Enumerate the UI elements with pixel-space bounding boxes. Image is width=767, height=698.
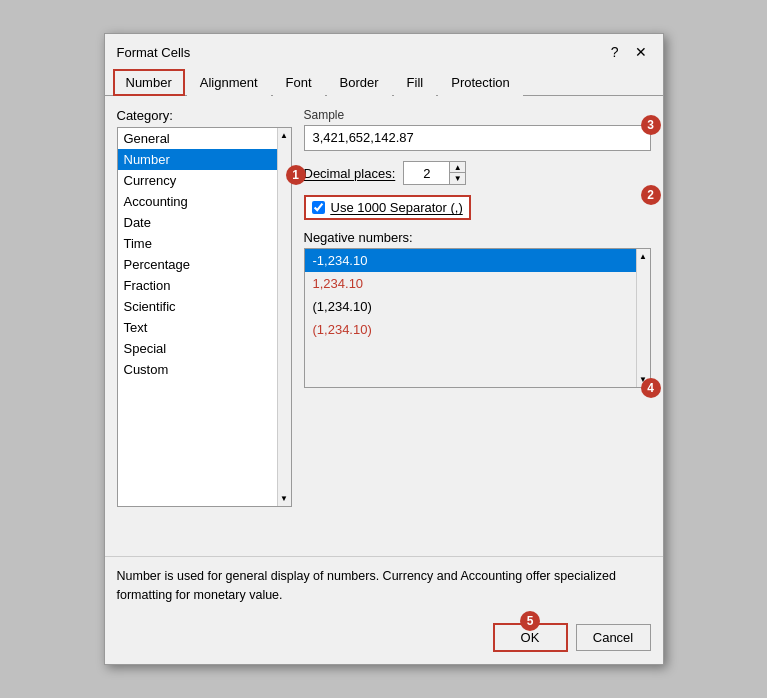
category-currency[interactable]: Currency bbox=[118, 170, 277, 191]
sample-label: Sample bbox=[304, 108, 651, 122]
badge-1: 1 bbox=[286, 165, 306, 185]
description-area: Number is used for general display of nu… bbox=[105, 556, 663, 615]
category-custom[interactable]: Custom bbox=[118, 359, 277, 380]
category-number[interactable]: Number bbox=[118, 149, 277, 170]
title-bar: Format Cells ? ✕ bbox=[105, 34, 663, 66]
negative-option-4[interactable]: (1,234.10) bbox=[305, 318, 636, 341]
spinner-up-button[interactable]: ▲ bbox=[449, 162, 465, 173]
negative-option-2[interactable]: 1,234.10 bbox=[305, 272, 636, 295]
close-button[interactable]: ✕ bbox=[631, 42, 651, 62]
ok-button-wrapper: OK 5 bbox=[493, 623, 568, 652]
scroll-up-icon[interactable]: ▲ bbox=[280, 128, 288, 143]
tab-protection[interactable]: Protection bbox=[438, 69, 523, 96]
category-percentage[interactable]: Percentage bbox=[118, 254, 277, 275]
category-scientific[interactable]: Scientific bbox=[118, 296, 277, 317]
decimal-row: Decimal places: ▲ ▼ bbox=[304, 161, 651, 185]
tab-content: Category: General Number Currency Accoun… bbox=[105, 96, 663, 556]
badge-2: 2 bbox=[641, 185, 661, 205]
category-date[interactable]: Date bbox=[118, 212, 277, 233]
negative-label: Negative numbers: bbox=[304, 230, 651, 245]
category-label: Category: bbox=[117, 108, 292, 123]
negative-option-3[interactable]: (1,234.10) bbox=[305, 295, 636, 318]
negative-scrollbar[interactable]: ▲ ▼ bbox=[636, 249, 650, 387]
neg-scroll-up-icon[interactable]: ▲ bbox=[639, 249, 647, 264]
cancel-button[interactable]: Cancel bbox=[576, 624, 651, 651]
separator-checkbox[interactable] bbox=[312, 201, 325, 214]
format-cells-dialog: Format Cells ? ✕ Number Alignment Font B… bbox=[104, 33, 664, 665]
negative-list[interactable]: -1,234.10 1,234.10 (1,234.10) (1,234.10) bbox=[305, 249, 636, 387]
right-panel: Sample 3,421,652,142.87 3 Decimal places… bbox=[304, 108, 651, 544]
negative-option-1[interactable]: -1,234.10 bbox=[305, 249, 636, 272]
decimal-input[interactable] bbox=[404, 162, 449, 184]
button-row: OK 5 Cancel bbox=[105, 615, 663, 664]
category-text[interactable]: Text bbox=[118, 317, 277, 338]
badge-4: 4 bbox=[641, 378, 661, 398]
scroll-down-icon[interactable]: ▼ bbox=[280, 491, 288, 506]
tab-bar: Number Alignment Font Border Fill Protec… bbox=[105, 68, 663, 96]
tab-alignment[interactable]: Alignment bbox=[187, 69, 271, 96]
category-time[interactable]: Time bbox=[118, 233, 277, 254]
category-accounting[interactable]: Accounting bbox=[118, 191, 277, 212]
category-list[interactable]: General Number Currency Accounting Date … bbox=[118, 128, 277, 506]
separator-wrapper: Use 1000 Separator (,) bbox=[304, 195, 471, 220]
separator-row: Use 1000 Separator (,) 2 bbox=[304, 195, 651, 220]
tab-number[interactable]: Number bbox=[113, 69, 185, 96]
tab-font[interactable]: Font bbox=[273, 69, 325, 96]
separator-label: Use 1000 Separator (,) bbox=[331, 200, 463, 215]
tab-fill[interactable]: Fill bbox=[394, 69, 437, 96]
badge-5: 5 bbox=[520, 611, 540, 631]
decimal-spinner[interactable]: ▲ ▼ bbox=[403, 161, 466, 185]
help-button[interactable]: ? bbox=[607, 42, 623, 62]
badge-3: 3 bbox=[641, 115, 661, 135]
tab-border[interactable]: Border bbox=[327, 69, 392, 96]
title-bar-controls: ? ✕ bbox=[607, 42, 651, 62]
sample-section: Sample 3,421,652,142.87 3 bbox=[304, 108, 651, 151]
spinner-down-button[interactable]: ▼ bbox=[449, 173, 465, 184]
category-list-wrapper: General Number Currency Accounting Date … bbox=[117, 127, 292, 507]
decimal-label: Decimal places: bbox=[304, 166, 396, 181]
negative-section: Negative numbers: -1,234.10 1,234.10 (1,… bbox=[304, 230, 651, 544]
dialog-title: Format Cells bbox=[117, 45, 191, 60]
category-fraction[interactable]: Fraction bbox=[118, 275, 277, 296]
negative-list-wrapper: -1,234.10 1,234.10 (1,234.10) (1,234.10)… bbox=[304, 248, 651, 388]
spinner-buttons: ▲ ▼ bbox=[449, 162, 465, 184]
sample-value: 3,421,652,142.87 bbox=[304, 125, 651, 151]
category-general[interactable]: General bbox=[118, 128, 277, 149]
left-panel: Category: General Number Currency Accoun… bbox=[117, 108, 292, 544]
category-special[interactable]: Special bbox=[118, 338, 277, 359]
description-text: Number is used for general display of nu… bbox=[117, 569, 616, 602]
